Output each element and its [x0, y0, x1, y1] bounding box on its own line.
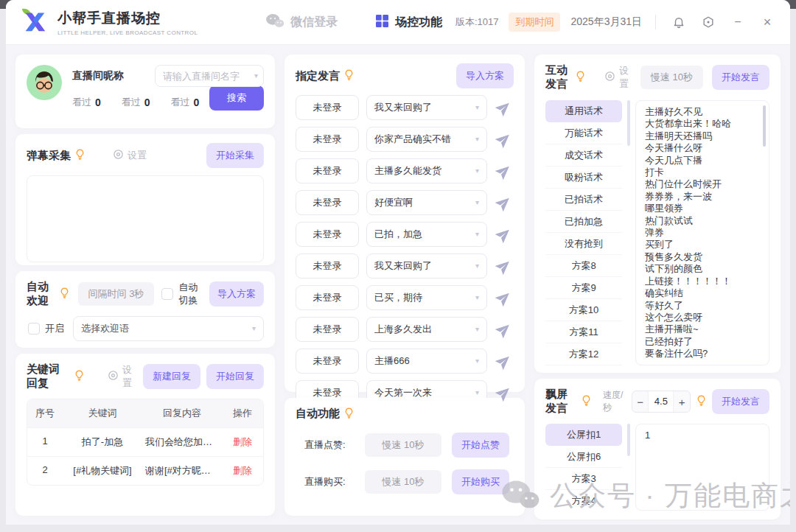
header-divider [655, 15, 656, 29]
script-menu-item[interactable]: 已拍加急 [545, 211, 622, 233]
send-icon[interactable] [495, 194, 514, 211]
grid-icon [376, 15, 388, 30]
floating-start-button[interactable]: 开始发言 [712, 389, 769, 414]
interactive-speed-pill[interactable]: 慢速 10秒 [640, 66, 703, 89]
message-scrollbar[interactable] [763, 105, 766, 147]
start-function-button[interactable]: 开始购买 [452, 469, 509, 494]
interval-pill[interactable]: 间隔时间 3秒 [78, 282, 155, 306]
speed-pill[interactable]: 慢速 10秒 [365, 470, 441, 494]
send-icon[interactable] [495, 289, 514, 307]
message-line: 热门位什么时候开 [645, 178, 760, 190]
danmu-collect-card: 弹幕采集 设置 开始采集 [15, 134, 275, 265]
keyword-settings-button[interactable]: 设置 [108, 363, 136, 390]
send-icon[interactable] [495, 99, 514, 116]
phrase-select[interactable]: 好便宜啊 ▾ [366, 190, 487, 215]
close-button[interactable]: × [758, 13, 777, 32]
increase-speed-button[interactable]: + [674, 396, 690, 408]
welcome-import-button[interactable]: 导入方案 [209, 281, 264, 307]
script-menu-item[interactable]: 成交话术 [545, 144, 622, 167]
designated-row: 未登录 上海多久发出 ▾ [296, 317, 514, 342]
floating-menu-item[interactable]: 方案3 [545, 468, 622, 490]
start-collect-button[interactable]: 开始采集 [206, 143, 264, 168]
message-list-box[interactable]: 主播好久不见大货都拿出来！哈哈主播明天还播吗今天播什么呀今天几点下播打卡热门位什… [635, 100, 769, 365]
send-icon[interactable] [495, 352, 514, 370]
auto-welcome-title: 自动欢迎 [27, 280, 69, 308]
interactive-settings-button[interactable]: 设置 [604, 64, 629, 91]
script-menu-item[interactable]: 方案8 [545, 255, 622, 277]
viewed-counter: 看过0 [122, 96, 150, 109]
send-icon[interactable] [495, 130, 514, 148]
floating-menu-item[interactable]: 公屏扣1 [545, 424, 622, 446]
chevron-down-icon: ▾ [475, 199, 479, 206]
phrase-select[interactable]: 我又来回购了 ▾ [366, 95, 487, 120]
message-line: 上链接！！！！！！ [645, 276, 760, 287]
interactive-start-button[interactable]: 开始发言 [712, 65, 769, 90]
phrase-select[interactable]: 主播多久能发货 ▾ [366, 158, 487, 183]
settings-icon [108, 370, 119, 383]
floating-menu-item[interactable]: 方案4 [545, 490, 622, 511]
room-name-input[interactable] [155, 65, 264, 87]
floating-menu-item[interactable]: 公屏扣6 [545, 446, 622, 468]
send-icon[interactable] [495, 321, 514, 338]
nav-field-control[interactable]: 场控功能 [376, 15, 442, 30]
wechat-icon [265, 13, 284, 32]
wechat-login-button[interactable]: 微信登录 [265, 13, 338, 32]
designated-speech-card: 指定发言 导入方案 未登录 我又来回购了 ▾ [284, 55, 525, 392]
message-line: 今天几点下播 [645, 155, 760, 167]
function-label: 直播购买: [304, 475, 355, 489]
message-line: 热门款试试 [645, 215, 760, 227]
phrase-select[interactable]: 我又来回购了 ▾ [366, 253, 487, 279]
script-menu-item[interactable]: 没有抢到 [545, 233, 622, 255]
auto-switch-checkbox[interactable] [161, 288, 173, 300]
app-window: 小帮手直播场控 LITTLE HELPER, LIVE BROADCAST CO… [6, 0, 790, 525]
settings-gear-icon[interactable] [699, 13, 718, 32]
phrase-select[interactable]: 上海多久发出 ▾ [366, 317, 487, 342]
designated-row: 未登录 你家产品确实不错 ▾ [296, 127, 514, 152]
message-line: 哪里领券 [645, 203, 760, 214]
welcome-phrase-select[interactable]: 选择欢迎语 ▾ [73, 316, 264, 341]
viewed-counter: 看过0 [72, 96, 101, 109]
table-header-cell: 操作 [222, 399, 263, 427]
keyword-reply-title: 关键词回复 [27, 363, 84, 391]
script-menu-item[interactable]: 已拍话术 [545, 189, 622, 211]
send-icon[interactable] [495, 162, 514, 180]
script-menu-item[interactable]: 方案10 [545, 299, 622, 321]
speed-per-second-label: 速度/秒 [603, 389, 626, 414]
phrase-select[interactable]: 你家产品确实不错 ▾ [366, 127, 487, 152]
designated-row: 未登录 我又来回购了 ▾ [296, 95, 514, 120]
new-reply-button[interactable]: 新建回复 [143, 364, 200, 389]
script-menu-item[interactable]: 方案11 [545, 321, 622, 343]
chevron-down-icon: ▾ [254, 72, 258, 80]
delete-link[interactable]: 删除 [222, 427, 263, 456]
designated-import-button[interactable]: 导入方案 [456, 63, 514, 88]
speed-value[interactable]: 4.5 [648, 391, 674, 412]
script-menu-item[interactable]: 万能话术 [545, 122, 622, 144]
phrase-select[interactable]: 主播666 ▾ [366, 349, 487, 374]
phrase-select[interactable]: 已拍，加急 ▾ [366, 222, 487, 247]
script-menu-item[interactable]: 吸粉话术 [545, 167, 622, 189]
start-reply-button[interactable]: 开始回复 [206, 364, 264, 389]
message-line: 要备注什么吗? [645, 348, 760, 360]
decrease-speed-button[interactable]: − [632, 396, 649, 408]
delete-link[interactable]: 删除 [222, 456, 263, 485]
start-function-button[interactable]: 开始点赞 [452, 433, 509, 458]
send-icon[interactable] [495, 225, 514, 243]
room-name-select[interactable]: ▾ [155, 65, 264, 87]
floating-content-box[interactable]: 1 [635, 424, 769, 511]
phrase-select[interactable]: 已买，期待 ▾ [366, 285, 487, 310]
floating-menu-scrollbar[interactable] [627, 424, 630, 456]
notification-bell-icon[interactable] [669, 13, 688, 32]
send-icon[interactable] [495, 257, 514, 275]
login-status-box: 未登录 [296, 222, 359, 247]
danmu-settings-button[interactable]: 设置 [113, 149, 147, 162]
search-button[interactable]: 搜索 [209, 85, 264, 111]
script-menu-item[interactable]: 方案12 [545, 343, 622, 365]
table-header-cell: 关键词 [63, 399, 142, 427]
script-menu-item[interactable]: 通用话术 [545, 100, 622, 122]
interactive-speech-card: 互动发言 设置 慢速 10秒 开始发言 [534, 55, 781, 373]
script-menu-item[interactable]: 方案9 [545, 277, 622, 299]
minimize-button[interactable]: − [728, 13, 747, 32]
speed-pill[interactable]: 慢速 10秒 [365, 433, 441, 457]
menu-scrollbar[interactable] [627, 100, 630, 146]
welcome-enable-checkbox[interactable] [28, 323, 40, 335]
